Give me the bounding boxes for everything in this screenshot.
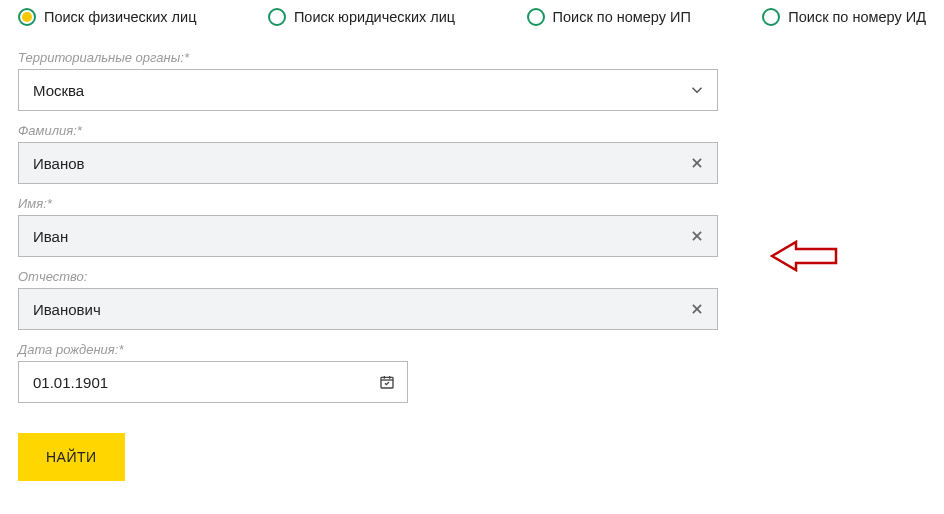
surname-input[interactable] xyxy=(19,143,677,183)
name-input[interactable] xyxy=(19,216,677,256)
tab-individuals[interactable]: Поиск физических лиц xyxy=(18,8,196,26)
search-type-tabs: Поиск физических лиц Поиск юридических л… xyxy=(18,8,926,26)
tab-legal-entities[interactable]: Поиск юридических лиц xyxy=(268,8,455,26)
radio-icon xyxy=(268,8,286,26)
radio-icon xyxy=(18,8,36,26)
radio-icon xyxy=(762,8,780,26)
birthdate-group: Дата рождения:* xyxy=(18,342,926,403)
tab-ip-number[interactable]: Поиск по номеру ИП xyxy=(527,8,691,26)
tab-id-number[interactable]: Поиск по номеру ИД xyxy=(762,8,926,26)
birthdate-input[interactable] xyxy=(19,362,367,402)
tab-label: Поиск по номеру ИД xyxy=(788,9,926,25)
territory-select[interactable]: Москва xyxy=(18,69,718,111)
chevron-down-icon xyxy=(677,81,717,99)
surname-group: Фамилия:* xyxy=(18,123,926,184)
surname-label: Фамилия:* xyxy=(18,123,926,138)
tab-label: Поиск по номеру ИП xyxy=(553,9,691,25)
name-label: Имя:* xyxy=(18,196,926,211)
radio-icon xyxy=(527,8,545,26)
territory-label: Территориальные органы:* xyxy=(18,50,926,65)
birthdate-field-wrap xyxy=(18,361,408,403)
territory-group: Территориальные органы:* Москва xyxy=(18,50,926,111)
surname-field-wrap xyxy=(18,142,718,184)
arrow-annotation-icon xyxy=(770,236,840,280)
clear-icon[interactable] xyxy=(677,229,717,243)
tab-label: Поиск юридических лиц xyxy=(294,9,455,25)
clear-icon[interactable] xyxy=(677,156,717,170)
svg-rect-6 xyxy=(381,377,393,388)
birthdate-label: Дата рождения:* xyxy=(18,342,926,357)
search-button[interactable]: НАЙТИ xyxy=(18,433,125,481)
patronymic-field-wrap xyxy=(18,288,718,330)
clear-icon[interactable] xyxy=(677,302,717,316)
calendar-icon[interactable] xyxy=(367,374,407,390)
svg-marker-10 xyxy=(772,242,836,270)
name-field-wrap xyxy=(18,215,718,257)
tab-label: Поиск физических лиц xyxy=(44,9,196,25)
patronymic-input[interactable] xyxy=(19,289,677,329)
territory-value: Москва xyxy=(19,70,677,110)
